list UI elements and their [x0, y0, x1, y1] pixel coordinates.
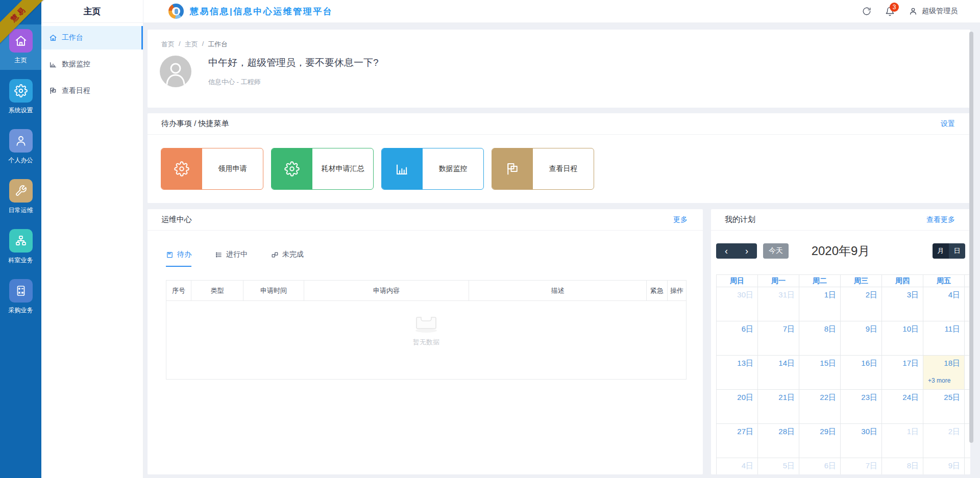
calendar-cell[interactable]: 17日: [881, 356, 923, 390]
calendar-cell[interactable]: 28日: [757, 424, 799, 458]
quick-cards: 领用申请 耗材申请汇总 数据监控 查看日程: [161, 148, 970, 190]
notification-bell-icon[interactable]: 3: [885, 7, 895, 16]
calendar-cell[interactable]: 7日: [840, 458, 881, 474]
sidebar-item-label: 日常运维: [9, 206, 33, 215]
gear-icon: [161, 148, 202, 189]
quick-card-data-monitor[interactable]: 数据监控: [381, 148, 484, 190]
submenu-item-data-monitor[interactable]: 数据监控: [41, 53, 143, 76]
more-events-link[interactable]: +3 more: [928, 377, 950, 384]
home-icon: [9, 29, 33, 53]
calendar-cell[interactable]: 5日: [757, 458, 799, 474]
calendar-cell[interactable]: 7日: [757, 321, 799, 356]
list-icon: [215, 251, 223, 259]
quick-card-label: 领用申请: [202, 148, 263, 189]
breadcrumb-item[interactable]: 工作台: [208, 40, 228, 49]
primary-sidebar: 主页 系统设置 个人办公 日常运维 科室业务 采购业务: [0, 0, 41, 478]
quick-menu-header: 待办事项 / 快捷菜单 设置: [148, 113, 970, 135]
calendar-cell[interactable]: 24日: [881, 390, 923, 424]
calendar-cell[interactable]: 2日: [923, 424, 964, 458]
calendar-cell[interactable]: 4日: [923, 287, 964, 321]
calendar-cell[interactable]: 1日: [881, 424, 923, 458]
my-plan-header: 我的计划 查看更多: [711, 209, 970, 231]
quick-card-schedule[interactable]: 查看日程: [492, 148, 594, 190]
greeting-texts: 中午好，超级管理员，要不要休息一下? 信息中心 - 工程师: [208, 56, 379, 87]
calendar-cell[interactable]: 22日: [799, 390, 840, 424]
calendar-cell[interactable]: 6日: [799, 458, 840, 474]
calendar-cell[interactable]: 3日: [881, 287, 923, 321]
main-content: 首页 / 主页 / 工作台 中午好，超级管理员，要不要休息一下? 信息中心 - …: [143, 23, 980, 478]
calendar-cell[interactable]: 25日: [923, 390, 964, 424]
breadcrumb-item[interactable]: 首页: [161, 40, 175, 49]
username: 超级管理员: [922, 7, 958, 16]
home-icon: [49, 34, 57, 42]
vertical-scrollbar[interactable]: [969, 32, 973, 443]
notification-badge: 3: [890, 3, 899, 12]
calendar-cell[interactable]: 16日: [840, 356, 881, 390]
calendar-cell-highlighted[interactable]: 18日 +3 more: [923, 356, 964, 390]
brand: 慧易信息|信息中心运维管理平台: [168, 4, 333, 19]
calendar-cell[interactable]: 10日: [881, 321, 923, 356]
today-button[interactable]: 今天: [763, 243, 789, 259]
month-view-button[interactable]: 月: [933, 243, 949, 259]
tab-unfinished[interactable]: 未完成: [271, 250, 304, 267]
calendar-cell[interactable]: 8日: [799, 321, 840, 356]
bookmark-icon: [166, 251, 174, 259]
calendar-weekday-row: 周日 周一 周二 周三 周四 周五: [716, 274, 970, 287]
calendar-cell[interactable]: 23日: [840, 390, 881, 424]
calendar-cell[interactable]: 30日: [716, 287, 757, 321]
sidebar-item-department-business[interactable]: 科室业务: [0, 224, 41, 270]
calendar-cell[interactable]: 9日: [923, 458, 964, 474]
submenu-item-workbench[interactable]: 工作台: [41, 26, 143, 49]
calendar-cell[interactable]: 30日: [840, 424, 881, 458]
calendar-cell[interactable]: 4日: [716, 458, 757, 474]
prev-month-button[interactable]: ‹: [716, 243, 737, 259]
day-view-button[interactable]: 日: [949, 243, 965, 259]
submenu-item-schedule[interactable]: 查看日程: [41, 79, 143, 103]
sidebar-item-daily-ops[interactable]: 日常运维: [0, 174, 41, 220]
top-header: 慧易信息|信息中心运维管理平台 3 超级管理员: [143, 0, 980, 23]
calendar-cell[interactable]: 2日: [840, 287, 881, 321]
calendar-cell[interactable]: 11日: [923, 321, 964, 356]
calendar-cell[interactable]: 27日: [716, 424, 757, 458]
sidebar-item-procurement[interactable]: 采购业务: [0, 274, 41, 320]
calendar-month-title: 2020年9月: [812, 243, 870, 259]
tab-todo[interactable]: 待办: [166, 250, 191, 267]
empty-text: 暂无数据: [413, 338, 439, 347]
next-month-button[interactable]: ›: [737, 243, 757, 259]
ops-tabs: 待办 进行中 未完成: [166, 250, 703, 267]
calendar-cell[interactable]: 13日: [716, 356, 757, 390]
tab-in-progress[interactable]: 进行中: [215, 250, 248, 267]
sidebar-item-system-settings[interactable]: 系统设置: [0, 74, 41, 120]
more-link[interactable]: 更多: [673, 215, 688, 224]
calendar-cell[interactable]: 8日: [881, 458, 923, 474]
weekday-header: 周五: [923, 274, 964, 287]
weekday-header: 周四: [881, 274, 923, 287]
quick-card-consumables-summary[interactable]: 耗材申请汇总: [271, 148, 374, 190]
quick-card-label: 数据监控: [423, 148, 483, 189]
section-title: 运维中心: [161, 215, 192, 224]
breadcrumb-separator: /: [179, 40, 181, 49]
calendar-cell[interactable]: 29日: [799, 424, 840, 458]
calendar-cell[interactable]: 15日: [799, 356, 840, 390]
calendar-week-row: 6日 7日 8日 9日 10日 11日: [716, 321, 970, 356]
greeting-message: 中午好，超级管理员，要不要休息一下?: [208, 56, 379, 69]
calendar-cell[interactable]: 1日: [799, 287, 840, 321]
calendar-cell[interactable]: 14日: [757, 356, 799, 390]
breadcrumb-item[interactable]: 主页: [185, 40, 198, 49]
calendar-cell[interactable]: 31日: [757, 287, 799, 321]
calendar-cell[interactable]: 9日: [840, 321, 881, 356]
calendar-cell[interactable]: 21日: [757, 390, 799, 424]
tab-label: 待办: [177, 250, 191, 259]
refresh-icon[interactable]: [862, 7, 871, 16]
quick-card-requisition[interactable]: 领用申请: [161, 148, 263, 190]
calendar-cell[interactable]: 6日: [716, 321, 757, 356]
calendar-cell[interactable]: 20日: [716, 390, 757, 424]
submenu-title: 主页: [41, 0, 143, 23]
link-blocks-icon: [271, 251, 279, 259]
gear-icon: [9, 79, 33, 103]
flag-icon: [49, 87, 57, 95]
view-more-link[interactable]: 查看更多: [926, 215, 955, 224]
settings-link[interactable]: 设置: [941, 119, 955, 129]
sidebar-item-personal-office[interactable]: 个人办公: [0, 124, 41, 170]
user-menu[interactable]: 超级管理员: [909, 7, 958, 16]
